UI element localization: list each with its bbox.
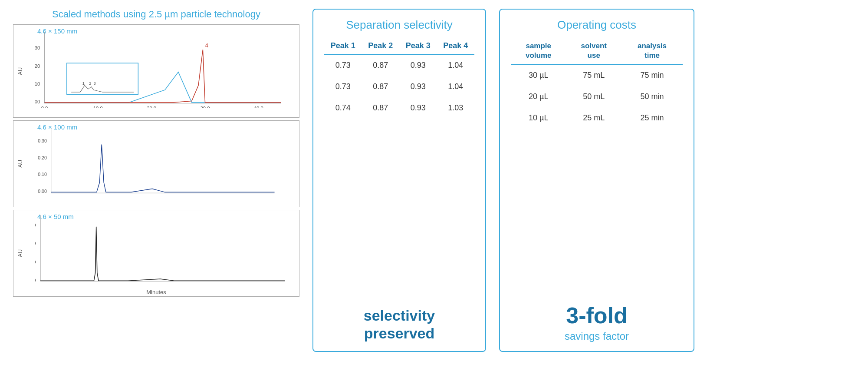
chart-xaxis-label: Minutes [146,289,166,295]
cell-r3c4: 1.03 [437,97,475,119]
svg-text:0.0: 0.0 [41,106,48,108]
op-cell-r3c2: 25 mL [566,107,621,129]
left-panel: Scaled methods using 2.5 µm particle tec… [13,9,299,297]
svg-text:0.30: 0.30 [38,138,47,143]
op-cell-r1c2: 75 mL [566,64,621,86]
chart-50mm-yaxis: AU [17,249,23,257]
operating-costs-panel: Operating costs sample volume solvent us… [499,9,694,352]
cell-r2c2: 0.87 [362,76,400,97]
op-col-sample-volume: sample volume [511,40,566,64]
cell-r2c1: 0.73 [324,76,362,97]
chart-100mm: 4.6 × 100 mm AU 0.00 0.10 0.20 0.30 [13,120,299,207]
op-cell-r1c3: 75 min [621,64,683,86]
savings-sub-text: savings factor [565,330,629,342]
cell-r2c4: 1.04 [437,76,475,97]
cell-r3c3: 0.93 [399,97,437,119]
svg-text:0.00: 0.00 [35,99,40,104]
svg-text:0.00: 0.00 [38,189,47,194]
op-cell-r3c1: 10 µL [511,107,566,129]
selectivity-table: Peak 1 Peak 2 Peak 3 Peak 4 0.73 0.87 0.… [324,40,474,119]
separation-selectivity-panel: Separation selectivity Peak 1 Peak 2 Pea… [312,9,486,352]
svg-text:2: 2 [89,81,91,86]
svg-text:10.0: 10.0 [91,286,101,287]
svg-text:0.0: 0.0 [37,286,44,287]
selectivity-panel-title: Separation selectivity [346,18,453,32]
svg-text:0.00: 0.00 [35,277,36,283]
op-cell-r2c2: 50 mL [566,86,621,107]
table-row: 0.73 0.87 0.93 1.04 [324,54,474,76]
svg-text:4: 4 [205,42,209,49]
cell-r1c2: 0.87 [362,54,400,76]
svg-text:30.0: 30.0 [201,106,210,108]
svg-text:0.10: 0.10 [35,81,40,86]
cell-r1c4: 1.04 [437,54,475,76]
svg-text:40.0: 40.0 [254,106,263,108]
chart-150mm-label: 4.6 × 150 mm [37,27,77,35]
chart-150mm-yaxis: AU [17,67,23,75]
svg-text:0.20: 0.20 [35,63,40,69]
savings-block: 3-fold savings factor [565,289,629,342]
svg-text:0.30: 0.30 [35,222,36,228]
svg-text:3: 3 [94,81,96,86]
chart-150mm-svg: 0.00 0.10 0.20 0.30 0.0 10.0 20.0 30.0 4… [35,27,295,108]
operating-costs-title: Operating costs [557,18,636,32]
table-row: 10 µL 25 mL 25 min [511,107,683,129]
cell-r2c3: 0.93 [399,76,437,97]
operating-costs-table: sample volume solvent use analysis time … [511,40,683,129]
svg-text:0.10: 0.10 [38,172,47,177]
left-panel-title: Scaled methods using 2.5 µm particle tec… [13,9,299,20]
chart-50mm-svg: 0.00 0.10 0.20 0.30 0.0 10.0 20.0 30.0 4… [35,213,295,287]
table-row: 30 µL 75 mL 75 min [511,64,683,86]
chart-100mm-yaxis: AU [17,160,23,168]
svg-text:1: 1 [82,81,85,86]
selectivity-bottom-text: selectivity preserved [364,298,435,342]
chart-100mm-label: 4.6 × 100 mm [37,123,77,131]
svg-text:30.0: 30.0 [201,286,211,287]
chart-50mm: 4.6 × 50 mm AU Minutes 0.00 0.10 0.20 0.… [13,210,299,297]
selectivity-col-peak2: Peak 2 [362,40,400,54]
op-cell-r2c3: 50 min [621,86,683,107]
op-cell-r2c1: 20 µL [511,86,566,107]
cell-r1c3: 0.93 [399,54,437,76]
op-col-solvent-use: solvent use [566,40,621,64]
svg-text:20.0: 20.0 [147,106,156,108]
cell-r3c2: 0.87 [362,97,400,119]
svg-text:0.20: 0.20 [35,240,36,246]
chart-150mm: 4.6 × 150 mm AU 0.00 0.10 0.20 0.30 0.0 … [13,24,299,118]
svg-text:0.30: 0.30 [35,45,40,50]
savings-big-text: 3-fold [565,298,629,328]
selectivity-col-peak3: Peak 3 [399,40,437,54]
chart-100mm-svg: 0.00 0.10 0.20 0.30 [35,123,295,197]
table-row: 0.74 0.87 0.93 1.03 [324,97,474,119]
cell-r1c1: 0.73 [324,54,362,76]
svg-text:0.20: 0.20 [38,155,47,160]
chart-50mm-label: 4.6 × 50 mm [37,213,74,220]
selectivity-col-peak4: Peak 4 [437,40,475,54]
svg-text:40.0: 40.0 [257,286,267,287]
svg-text:10.0: 10.0 [93,106,103,108]
cell-r3c1: 0.74 [324,97,362,119]
op-cell-r1c1: 30 µL [511,64,566,86]
op-col-analysis-time: analysis time [621,40,683,64]
table-row: 0.73 0.87 0.93 1.04 [324,76,474,97]
svg-rect-12 [67,63,138,94]
svg-text:0.10: 0.10 [35,259,36,265]
svg-text:20.0: 20.0 [146,286,156,287]
op-cell-r3c3: 25 min [621,107,683,129]
selectivity-col-peak1: Peak 1 [324,40,362,54]
table-row: 20 µL 50 mL 50 min [511,86,683,107]
